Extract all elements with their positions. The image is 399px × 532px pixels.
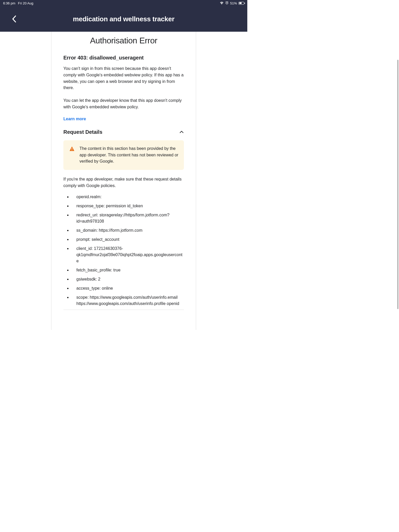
list-item: ss_domain: https://form.jotform.com	[67, 227, 184, 234]
developer-warning-box: The content in this section has been pro…	[63, 140, 184, 170]
warning-icon	[69, 146, 75, 152]
status-time: 6:36 pm	[3, 1, 15, 5]
page-title: Authorisation Error	[63, 36, 184, 45]
back-button[interactable]	[10, 15, 18, 23]
battery-icon	[238, 2, 244, 5]
request-details-label: Request Details	[63, 129, 102, 135]
status-bar: 6:36 pm Fri 20 Aug 51%	[0, 0, 247, 6]
chevron-left-icon	[12, 15, 16, 23]
content-column: Authorisation Error Error 403: disallowe…	[51, 32, 196, 330]
error-explanation-1: You can't sign in from this screen becau…	[63, 65, 184, 91]
status-date: Fri 20 Aug	[18, 1, 33, 5]
list-item: client_id: 172124630376-qk1qmdfmur2ojaf3…	[67, 245, 184, 264]
list-item: access_type: online	[67, 285, 184, 291]
warning-text: The content in this section has been pro…	[79, 145, 179, 165]
list-item: redirect_uri: storagerelay://https/form.…	[67, 212, 184, 224]
svg-rect-1	[72, 148, 72, 150]
list-item: openid.realm:	[67, 194, 184, 200]
nav-title: medication and wellness tracker	[0, 15, 247, 23]
developer-note: If you're the app developer, make sure t…	[63, 176, 184, 189]
learn-more-link[interactable]: Learn more	[63, 117, 86, 121]
alarm-icon	[225, 1, 229, 5]
list-item: prompt: select_account	[67, 236, 184, 243]
error-code-heading: Error 403: disallowed_useragent	[63, 55, 184, 61]
divider	[63, 310, 184, 310]
app-nav-bar: medication and wellness tracker	[0, 6, 247, 32]
list-item: response_type: permission id_token	[67, 203, 184, 209]
request-details-toggle[interactable]: Request Details	[63, 129, 184, 135]
wifi-icon	[220, 1, 224, 5]
chevron-up-icon	[179, 130, 184, 134]
list-item: gsiwebsdk: 2	[67, 276, 184, 282]
request-details-list: openid.realm: response_type: permission …	[63, 194, 184, 307]
list-item: scope: https://www.googleapis.com/auth/u…	[67, 294, 184, 307]
error-explanation-2: You can let the app developer know that …	[63, 97, 184, 110]
list-item: fetch_basic_profile: true	[67, 267, 184, 273]
svg-rect-2	[72, 150, 72, 150]
battery-percent: 51%	[230, 1, 237, 5]
